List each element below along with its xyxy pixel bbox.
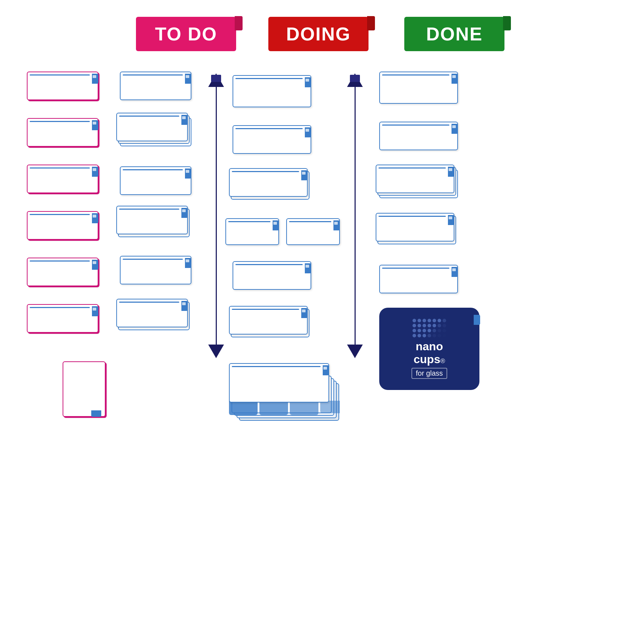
- todo-card-3: [120, 166, 191, 195]
- todo-stack4-front: [116, 206, 188, 234]
- card-vertical-left: [63, 361, 106, 417]
- card-tab: [305, 77, 311, 87]
- nanocups-logo: nano cups® for glass: [379, 308, 479, 390]
- doing-card-5: [233, 261, 311, 290]
- card-left-3: [27, 165, 98, 193]
- done-stack3-front: [376, 165, 454, 193]
- todo-header: TO DO: [136, 17, 236, 51]
- todo-flag-tab: [235, 16, 243, 30]
- pole2-top: [347, 73, 363, 87]
- nanocups-dots-grid: [413, 319, 446, 337]
- done-card-1: [379, 72, 458, 104]
- card-left-6: [27, 304, 98, 333]
- done-card-2: [379, 122, 458, 150]
- card-tab: [452, 267, 458, 277]
- doing-card-4b: [286, 218, 340, 245]
- todo-stack2-front: [116, 113, 188, 141]
- card-left-4: [27, 211, 98, 240]
- pole2-bottom: [347, 345, 363, 358]
- card-tab: [305, 127, 311, 137]
- pole2: [355, 87, 356, 345]
- doing-card-4a: [225, 218, 279, 245]
- card-left-1: [27, 72, 98, 100]
- todo-stack6-front: [116, 299, 188, 327]
- card-tab: [91, 410, 101, 417]
- doing-stack3-front: [229, 168, 308, 197]
- card-tab: [185, 169, 191, 179]
- pole1-top: [208, 73, 224, 87]
- card-tab: [92, 306, 98, 316]
- card-tab: [181, 208, 188, 218]
- card-tab: [92, 120, 98, 130]
- doing-stack6-front: [229, 306, 308, 335]
- done-stack4-front: [376, 213, 454, 241]
- card-tab: [452, 74, 458, 84]
- card-left-5: [27, 258, 98, 286]
- doing-bigstack-front: [229, 363, 329, 402]
- doing-card-2: [233, 125, 311, 154]
- card-tab: [181, 301, 188, 311]
- card-tab: [323, 365, 329, 375]
- card-tab: [92, 260, 98, 270]
- nanocups-card-tab: [474, 315, 480, 325]
- card-tab: [92, 213, 98, 223]
- nanocups-tagline: for glass: [411, 368, 447, 379]
- card-tab: [448, 167, 454, 177]
- done-card-5: [379, 265, 458, 293]
- card-tab: [92, 74, 98, 84]
- card-tab: [185, 74, 191, 84]
- card-tab: [448, 215, 454, 225]
- card-tab: [301, 308, 308, 318]
- card-tab: [92, 167, 98, 177]
- doing-label: DOING: [286, 23, 351, 45]
- doing-card-1: [233, 75, 311, 107]
- card-left-2: [27, 118, 98, 147]
- todo-card-5: [120, 256, 191, 284]
- card-tab: [273, 220, 279, 230]
- card-tab: [185, 258, 191, 268]
- doing-bigstack-tabs: [229, 401, 340, 419]
- pole1: [216, 87, 217, 345]
- card-tab: [452, 124, 458, 134]
- card-tab: [333, 220, 340, 230]
- done-header: DONE: [404, 17, 504, 51]
- doing-flag-tab: [367, 16, 375, 30]
- done-flag-tab: [503, 16, 511, 30]
- done-label: DONE: [426, 23, 483, 45]
- card-tab: [301, 170, 308, 180]
- nanocups-name: nano cups®: [414, 340, 445, 365]
- pole1-bottom: [208, 345, 224, 358]
- card-tab: [305, 263, 311, 273]
- todo-card-1: [120, 72, 191, 100]
- card-tab: [181, 115, 188, 125]
- doing-header: DOING: [268, 17, 369, 51]
- todo-label: TO DO: [155, 23, 217, 45]
